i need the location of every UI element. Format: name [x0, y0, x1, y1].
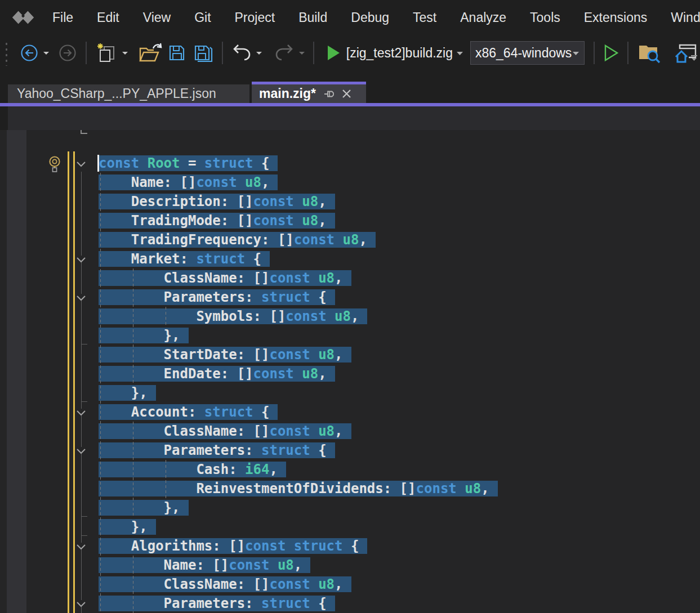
menu-item-test[interactable]: Test — [401, 0, 448, 35]
code-line: ClassName: []const u8, — [0, 575, 700, 594]
fold-collapse-chevron-icon[interactable] — [75, 409, 88, 415]
toolbar-drag-grip[interactable] — [4, 40, 10, 66]
toolbar-separator — [313, 42, 314, 64]
visual-studio-logo-icon — [10, 5, 36, 30]
indent-guide — [133, 556, 133, 613]
browse-folder-button[interactable] — [635, 39, 664, 66]
indent-guide — [166, 307, 166, 326]
tab-main-zig[interactable]: main.zig* — [252, 82, 366, 103]
undo-button[interactable] — [229, 39, 254, 66]
fold-collapse-chevron-icon[interactable] — [75, 294, 88, 301]
menu-item-project[interactable]: Project — [223, 0, 287, 35]
fold-collapse-chevron-icon[interactable] — [75, 160, 88, 167]
indent-guide — [133, 422, 133, 517]
toolbar-separator — [627, 42, 628, 64]
code-line: Name: []const u8, — [0, 173, 700, 192]
code-line: Cash: i64, — [0, 460, 700, 479]
new-project-dropdown[interactable] — [122, 51, 128, 55]
close-icon — [341, 88, 352, 99]
fold-collapse-chevron-icon[interactable] — [75, 600, 88, 607]
fold-end-marker-partial — [81, 130, 87, 134]
code-line: }, — [0, 326, 700, 345]
code-line: Account: struct { — [0, 402, 700, 422]
code-line: const Root = struct { — [0, 154, 700, 173]
menu-item-analyze[interactable]: Analyze — [448, 0, 518, 35]
fold-collapse-chevron-icon[interactable] — [75, 447, 88, 454]
editor-header-bar — [8, 106, 700, 130]
code-line: }, — [0, 383, 700, 402]
code-line: }, — [0, 517, 700, 536]
text-cursor — [97, 155, 99, 172]
code-line: TradingFrequency: []const u8, — [0, 230, 700, 249]
tab-label: main.zig* — [259, 86, 316, 101]
undo-dropdown[interactable] — [256, 51, 262, 55]
code-editor[interactable]: const Root = struct { Name: []const u8, … — [0, 130, 700, 613]
code-line: Parameters: struct { — [0, 594, 700, 613]
pin-tab-button[interactable] — [324, 89, 335, 99]
new-project-icon — [95, 42, 118, 64]
fold-end-tick — [82, 396, 87, 402]
open-folder-button[interactable] — [136, 39, 165, 66]
redo-dropdown[interactable] — [298, 51, 305, 55]
code-line: Algorithms: []const struct { — [0, 536, 700, 556]
save-button[interactable] — [165, 39, 189, 66]
code-line: Parameters: struct { — [0, 288, 700, 307]
fold-end-tick — [82, 530, 87, 536]
code-line: }, — [0, 498, 700, 517]
document-tab-bar: Yahoo_CSharp_...PY_APPLE.json main.zig* — [0, 82, 700, 106]
navigate-forward-button[interactable] — [56, 39, 79, 66]
run-target-label: [zig_test2]build.zig — [346, 46, 453, 61]
code-lines: const Root = struct { Name: []const u8, … — [0, 154, 700, 613]
save-icon — [167, 43, 186, 62]
visual-studio-window: File Edit View Git Project Build Debug T… — [0, 0, 700, 613]
overflow-chevron-icon — [690, 54, 698, 62]
tab-yahoo-json[interactable]: Yahoo_CSharp_...PY_APPLE.json — [8, 84, 249, 103]
indent-guide — [100, 173, 101, 613]
chevron-down-icon — [572, 51, 579, 56]
redo-button[interactable] — [272, 39, 297, 66]
menu-bar: File Edit View Git Project Build Debug T… — [0, 0, 700, 35]
navigate-back-button[interactable] — [17, 39, 41, 66]
toolbar-separator — [222, 42, 223, 64]
code-line: ReinvestmentOfDividends: []const u8, — [0, 479, 700, 498]
redo-icon — [274, 43, 295, 62]
platform-selector[interactable]: x86_64-windows — [470, 41, 585, 65]
folder-search-icon — [637, 42, 662, 64]
fold-collapse-chevron-icon[interactable] — [75, 256, 88, 262]
code-line: TradingMode: []const u8, — [0, 211, 700, 230]
code-line: Description: []const u8, — [0, 192, 700, 211]
fold-end-tick — [82, 339, 87, 344]
start-without-debugging-button[interactable] — [601, 39, 621, 66]
indent-guide — [166, 460, 166, 498]
menu-item-edit[interactable]: Edit — [85, 0, 131, 35]
fold-collapse-chevron-icon[interactable] — [75, 543, 88, 549]
code-line: EndDate: []const u8, — [0, 364, 700, 383]
save-all-button[interactable] — [189, 39, 216, 66]
code-line: Market: struct { — [0, 249, 700, 269]
fold-end-tick — [82, 511, 87, 517]
code-line: Name: []const u8, — [0, 556, 700, 575]
menu-item-tools[interactable]: Tools — [518, 0, 572, 35]
toolbar-overflow-button[interactable] — [690, 54, 698, 65]
menu-item-file[interactable]: File — [41, 0, 85, 35]
toolbar-separator — [86, 42, 87, 64]
code-line: ClassName: []const u8, — [0, 269, 700, 288]
menu-item-git[interactable]: Git — [182, 0, 222, 35]
pin-icon — [324, 89, 335, 99]
menu-item-build[interactable]: Build — [287, 0, 339, 35]
run-target-dropdown-icon[interactable] — [456, 51, 463, 56]
run-build-button[interactable]: [zig_test2]build.zig — [324, 39, 466, 66]
new-project-button[interactable] — [93, 39, 120, 66]
menu-item-view[interactable]: View — [131, 0, 182, 35]
undo-icon — [231, 43, 252, 62]
menu-item-extensions[interactable]: Extensions — [572, 0, 659, 35]
menu-item-debug[interactable]: Debug — [339, 0, 401, 35]
play-outline-icon — [603, 44, 619, 62]
code-line: StartDate: []const u8, — [0, 345, 700, 364]
code-line: Parameters: struct { — [0, 441, 700, 460]
toolbar: [zig_test2]build.zig x86_64-windows — [0, 35, 700, 71]
open-folder-icon — [138, 42, 163, 64]
menu-item-window[interactable]: Window — [659, 0, 700, 35]
navigate-back-dropdown[interactable] — [43, 51, 50, 55]
close-tab-button[interactable] — [341, 88, 352, 99]
